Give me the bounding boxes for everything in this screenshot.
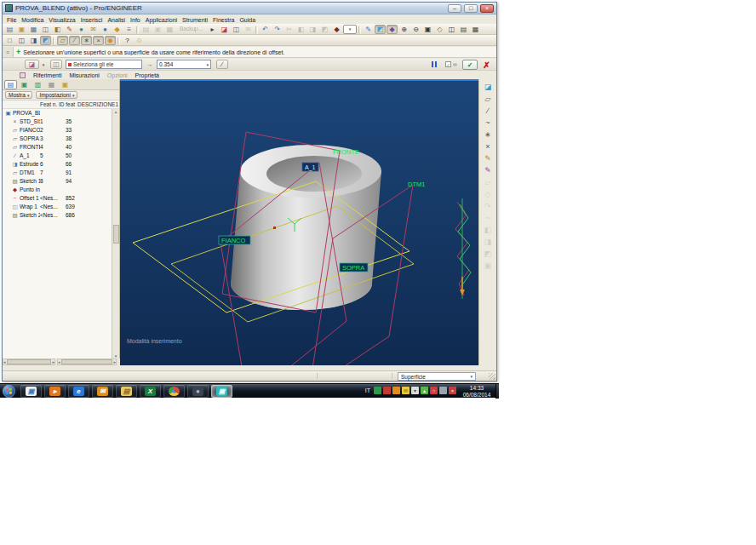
FIANCO[interactable]: ▱ FIANCO 2 33	[3, 126, 112, 135]
new-disabled-icon[interactable]: ▤	[140, 25, 152, 34]
wireframe-icon[interactable]: □	[4, 36, 15, 45]
tree-hscrollbar-right[interactable]: ◂▸	[57, 359, 117, 365]
separator[interactable]	[255, 26, 258, 34]
photo-viewer-icon[interactable]: ▣	[20, 385, 42, 398]
panel-pin-icon[interactable]	[20, 72, 26, 78]
copy-model-icon[interactable]: ◧	[52, 25, 63, 34]
menu-item-inserisci[interactable]: Inserisci	[78, 17, 106, 23]
label-sopra[interactable]: SOPRA	[342, 264, 364, 272]
viewport-scene[interactable]: FRONTE DTM1 A_1 FIANCO SOPRA Modalità in…	[120, 81, 478, 365]
Wrap 1[interactable]: ◫ Wrap 1 <Nes... 639	[3, 203, 112, 211]
undo-icon[interactable]: ↶	[260, 25, 271, 34]
selection-filter-combo[interactable]: Superficie ▾	[398, 372, 476, 381]
show-menu-button[interactable]: Mostra	[5, 91, 32, 99]
message-log-icon[interactable]: ≡	[3, 47, 14, 57]
point-display-icon[interactable]: ∗	[81, 36, 92, 45]
copy-icon[interactable]: ◧	[295, 25, 306, 34]
saved-views-icon[interactable]: ◇	[434, 25, 445, 34]
separator[interactable]	[136, 26, 139, 34]
tray-alert-icon[interactable]: ○	[430, 387, 438, 394]
blend-tool-icon[interactable]: ~	[482, 213, 495, 224]
datum-point-marker[interactable]	[273, 227, 276, 229]
browser-icon[interactable]: ●	[76, 25, 87, 34]
tray-orange-icon[interactable]	[392, 387, 400, 394]
A_1[interactable]: ∕ A_1 5 50	[3, 152, 112, 160]
context-help-icon[interactable]: ?	[122, 36, 133, 45]
outlook-icon[interactable]: ✉	[92, 385, 113, 398]
save-disabled-icon[interactable]: ▦	[164, 25, 175, 34]
menu-item-analisi[interactable]: Analisi	[105, 17, 128, 23]
refit-icon[interactable]: ▣	[422, 25, 433, 34]
separator[interactable]	[53, 37, 55, 45]
menu-item-modifica[interactable]: Modifica	[19, 17, 46, 23]
layers-icon[interactable]: ▤	[458, 25, 469, 34]
menu-item-visualizza[interactable]: Visualizza	[46, 17, 77, 23]
csys-display-icon[interactable]: ×	[93, 36, 104, 45]
datum-axis-tool-icon[interactable]: ∕	[482, 106, 495, 117]
separator[interactable]	[117, 37, 120, 45]
flip-direction-button[interactable]: ∕	[216, 60, 228, 69]
print-icon[interactable]: ◫	[40, 25, 51, 34]
named-views-icon[interactable]: ◫	[446, 25, 457, 34]
menu-item-applicazioni[interactable]: Applicazioni	[143, 17, 180, 23]
datum-plane-tool-icon[interactable]: ▱	[482, 94, 495, 105]
datum-plane-display-icon[interactable]: ▱	[57, 36, 68, 45]
style-tool-icon[interactable]: ✎	[482, 165, 495, 176]
point-tool-icon[interactable]: ∗	[482, 129, 495, 141]
quilt-copy-icon[interactable]: ◧	[482, 225, 495, 236]
menu-item-finestra[interactable]: Finestra	[210, 17, 237, 23]
tray-sync-icon[interactable]: ×	[449, 387, 456, 394]
menu-item-guida[interactable]: Guida	[237, 17, 258, 23]
revolve-tool-icon[interactable]: ◇	[482, 189, 495, 200]
tray-green-icon[interactable]	[374, 387, 381, 394]
maximize-button[interactable]: □	[464, 4, 478, 13]
column-header-feat[interactable]: Feat n.	[40, 101, 57, 107]
file-explorer-icon[interactable]: ▤	[116, 385, 137, 398]
zoom-out-icon[interactable]: ⊖	[410, 25, 421, 34]
backup-button[interactable]: Backup...	[176, 25, 206, 34]
taskbar-clock[interactable]: 14:33 06/08/2014	[460, 385, 494, 398]
Estrude 1[interactable]: ◨ Estrude 1 6 66	[3, 160, 112, 169]
save-icon[interactable]: ▦	[28, 25, 39, 34]
curve-tool-icon[interactable]: ~	[482, 118, 495, 129]
Punto inse...[interactable]: ◆ Punto inse...	[3, 186, 112, 194]
chevron-down-icon[interactable]: ▾	[206, 62, 209, 67]
sketch-tool-icon[interactable]: ✎	[482, 153, 495, 164]
repaint-icon[interactable]: ✎	[363, 25, 374, 34]
scroll-right-icon[interactable]: ▸	[52, 359, 54, 364]
Sketch 1[interactable]: ▨ Sketch 1 8 94	[3, 177, 112, 186]
menu-item-file[interactable]: File	[4, 17, 19, 23]
label-fianco[interactable]: FIANCO	[221, 237, 246, 244]
tree-root-row[interactable]: ▣ PROVA_BLEND	[3, 109, 112, 118]
tree-hscrollbar-left[interactable]: ◂▸	[3, 359, 55, 365]
column-header-desc[interactable]: DESCRIZIONE1	[77, 101, 118, 107]
new-file-icon[interactable]: ▤	[4, 25, 15, 34]
continue-icon[interactable]: ▸	[207, 25, 218, 34]
close-button[interactable]: ×	[480, 4, 494, 13]
scroll-thumb[interactable]	[7, 359, 52, 364]
menu-item-strumenti[interactable]: Strumenti	[180, 17, 210, 23]
folder-browser-tab[interactable]: ▣	[18, 80, 31, 89]
tray-red-icon[interactable]	[383, 387, 391, 394]
proe-taskbar-icon[interactable]: ▣	[211, 385, 232, 398]
paste-icon[interactable]: ◨	[307, 25, 318, 34]
sweep-tool-icon[interactable]: ↷	[482, 201, 495, 212]
scroll-right-icon[interactable]: ▸	[113, 359, 116, 364]
Sketch 2[interactable]: ▨ Sketch 2 <Nes... 686	[3, 211, 112, 220]
tray-mail-icon[interactable]: ✉	[402, 387, 410, 394]
scroll-left-icon[interactable]: ◂	[58, 359, 60, 364]
menu-item-info[interactable]: Info	[128, 17, 143, 23]
redo-icon[interactable]: ↷	[272, 25, 283, 34]
SOPRA[interactable]: ▱ SOPRA 3 38	[3, 135, 112, 143]
history-tab[interactable]: ▦	[45, 80, 58, 89]
tray-white-icon[interactable]: ▾	[411, 387, 419, 394]
lamp-icon[interactable]: ◆	[112, 25, 123, 34]
model-sphere-icon[interactable]: ●	[100, 25, 111, 34]
chevron-down-icon[interactable]: ▾	[470, 374, 472, 379]
quilt-extend-icon[interactable]: ▣	[482, 261, 495, 272]
excel-icon[interactable]: X	[140, 385, 161, 398]
tray-update-icon[interactable]: ▴	[421, 387, 428, 394]
label-axis-a1[interactable]: A_1	[305, 164, 316, 171]
zoom-in-icon[interactable]: ⊕	[398, 25, 410, 34]
insert-here-icon[interactable]: ◪	[482, 82, 495, 93]
